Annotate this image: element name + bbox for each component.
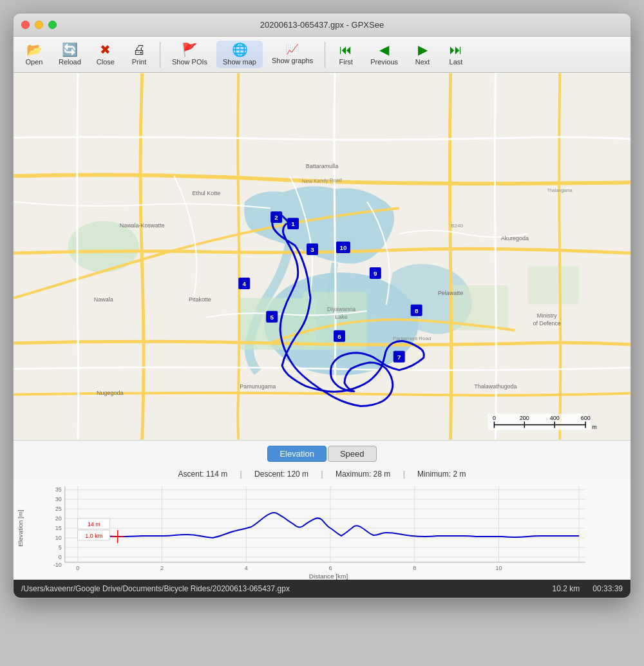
svg-text:200: 200 [520, 415, 529, 421]
svg-text:10: 10 [55, 535, 62, 541]
graph-tabs: Elevation Speed [14, 441, 630, 467]
svg-text:10: 10 [495, 565, 502, 571]
show-pois-button[interactable]: 🚩 Show POIs [166, 41, 214, 68]
svg-text:5: 5 [59, 544, 62, 551]
svg-rect-6 [527, 266, 579, 305]
svg-text:Nugegoda: Nugegoda [97, 390, 123, 396]
svg-text:Pitakotte: Pitakotte [189, 296, 211, 303]
svg-text:0: 0 [493, 415, 496, 421]
next-icon: ▶ [418, 43, 428, 56]
svg-text:of Defence: of Defence [533, 320, 561, 327]
maximize-button[interactable] [48, 21, 57, 29]
separator-1 [160, 42, 160, 68]
svg-text:-10: -10 [53, 562, 62, 568]
svg-text:Nawala: Nawala [94, 296, 113, 303]
close-file-icon: ✖ [100, 43, 111, 56]
main-window: 20200613-065437.gpx - GPXSee 📂 Open 🔄 Re… [13, 13, 631, 598]
graph-stats: Ascent: 114 m | Descent: 120 m | Maximum… [14, 467, 630, 480]
map-svg: 1 2 3 4 5 6 7 8 9 10 [14, 73, 630, 440]
separator-2 [325, 42, 325, 68]
svg-text:20: 20 [55, 515, 62, 522]
first-icon: ⏮ [339, 43, 352, 56]
titlebar: 20200613-065437.gpx - GPXSee [14, 14, 630, 37]
svg-text:Parliament Road: Parliament Road [393, 336, 431, 341]
window-title: 20200613-065437.gpx - GPXSee [260, 20, 384, 30]
svg-text:25: 25 [55, 506, 62, 512]
last-button[interactable]: ⏭ Last [440, 41, 471, 68]
next-button[interactable]: ▶ Next [407, 41, 438, 68]
elevation-graph: 35 30 25 20 15 10 5 0 -10 Elevation [m] … [14, 480, 630, 580]
svg-text:Battaramulla: Battaramulla [306, 163, 338, 169]
svg-text:0: 0 [76, 565, 79, 571]
previous-icon: ◀ [379, 43, 389, 56]
svg-text:Thalangama: Thalangama [547, 188, 573, 193]
svg-text:Diyawanna: Diyawanna [327, 306, 355, 312]
svg-text:2: 2 [274, 214, 278, 221]
first-button[interactable]: ⏮ First [330, 41, 361, 68]
svg-text:Ethul Kotte: Ethul Kotte [192, 190, 220, 196]
svg-text:7: 7 [397, 354, 401, 361]
svg-text:1: 1 [291, 220, 295, 227]
graph-area[interactable]: 35 30 25 20 15 10 5 0 -10 Elevation [m] … [14, 480, 630, 580]
svg-text:1.0 km: 1.0 km [85, 533, 102, 539]
statusbar: /Users/kaveenr/Google Drive/Documents/Bi… [14, 580, 630, 598]
svg-text:600: 600 [581, 415, 591, 421]
maximum-stat: Maximum: 28 m [336, 470, 390, 479]
svg-text:2: 2 [160, 565, 164, 571]
svg-text:8: 8 [413, 565, 416, 571]
svg-text:5: 5 [270, 314, 274, 321]
svg-rect-45 [488, 414, 591, 430]
open-icon: 📂 [26, 43, 43, 56]
close-button[interactable] [21, 21, 30, 29]
svg-text:35: 35 [55, 486, 62, 493]
svg-text:3: 3 [310, 246, 314, 253]
svg-text:15: 15 [55, 525, 62, 531]
reload-button[interactable]: 🔄 Reload [52, 41, 88, 68]
pois-icon: 🚩 [182, 43, 198, 56]
print-icon: 🖨 [133, 43, 146, 56]
show-graphs-button[interactable]: 📈 Show graphs [265, 42, 319, 67]
svg-rect-56 [14, 480, 630, 580]
toolbar: 📂 Open 🔄 Reload ✖ Close 🖨 Print 🚩 Show P… [14, 37, 630, 73]
speed-tab[interactable]: Speed [328, 446, 377, 462]
svg-text:Pamunugama: Pamunugama [240, 383, 276, 390]
svg-text:4: 4 [242, 280, 246, 287]
graphs-icon: 📈 [286, 44, 299, 55]
minimize-button[interactable] [35, 21, 43, 29]
last-icon: ⏭ [450, 43, 462, 56]
svg-text:B240: B240 [451, 223, 463, 229]
svg-text:Elevation [m]: Elevation [m] [17, 509, 24, 547]
svg-text:Akuregoda: Akuregoda [501, 235, 529, 242]
file-path: /Users/kaveenr/Google Drive/Documents/Bi… [21, 584, 553, 593]
svg-text:6: 6 [328, 565, 332, 571]
print-button[interactable]: 🖨 Print [124, 41, 155, 68]
svg-text:30: 30 [55, 496, 62, 502]
svg-text:4: 4 [245, 565, 248, 571]
svg-text:400: 400 [550, 415, 560, 421]
elevation-tab[interactable]: Elevation [267, 446, 326, 462]
svg-text:Thalawathugoda: Thalawathugoda [474, 383, 516, 390]
graph-panel: Elevation Speed Ascent: 114 m | Descent:… [14, 440, 630, 580]
svg-text:Distance [km]: Distance [km] [309, 573, 348, 580]
svg-text:14 m: 14 m [88, 521, 100, 528]
minimum-stat: Minimum: 2 m [417, 470, 466, 479]
svg-text:8: 8 [415, 307, 419, 314]
total-distance: 10.2 km [553, 584, 580, 593]
svg-text:Ministry: Ministry [537, 312, 557, 319]
traffic-lights [21, 21, 57, 29]
svg-text:Lake: Lake [335, 314, 347, 320]
svg-text:10: 10 [339, 244, 347, 251]
previous-button[interactable]: ◀ Previous [364, 41, 404, 68]
svg-text:m: m [592, 424, 596, 430]
show-map-button[interactable]: 🌐 Show map [216, 41, 263, 68]
reload-icon: 🔄 [62, 43, 78, 56]
map-icon: 🌐 [232, 43, 248, 56]
svg-text:9: 9 [374, 270, 377, 277]
close-file-button[interactable]: ✖ Close [90, 41, 121, 68]
map-container[interactable]: 1 2 3 4 5 6 7 8 9 10 [14, 73, 630, 440]
svg-text:Nawala-Koswatte: Nawala-Koswatte [120, 222, 165, 229]
open-button[interactable]: 📂 Open [19, 41, 50, 68]
ascent-stat: Ascent: 114 m [178, 470, 228, 479]
svg-text:Pelawatte: Pelawatte [438, 290, 463, 296]
descent-stat: Descent: 120 m [254, 470, 308, 479]
